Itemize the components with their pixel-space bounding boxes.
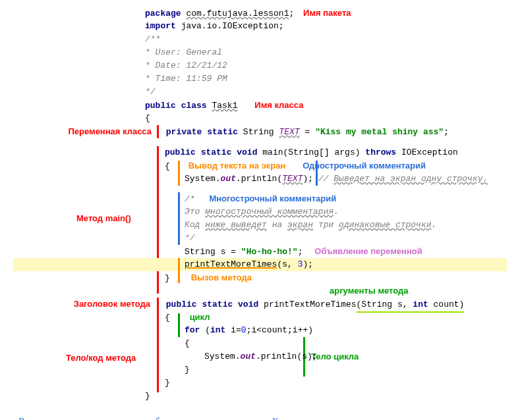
for-open-brace: {: [13, 337, 507, 350]
anno-class-variable: Переменная класса: [43, 125, 152, 138]
javadoc-user: * User: General: [13, 46, 507, 59]
javadoc-date: * Date: 12/21/12: [13, 59, 507, 72]
class-open-brace: {: [13, 112, 507, 125]
line-println-s: System.out.println(s);: [13, 350, 507, 363]
method2-close: }: [13, 377, 507, 390]
dialogue-line-1: - Все понятно, насколько это может быть …: [13, 415, 507, 420]
anno-package-name: Имя пакета: [303, 8, 351, 18]
anno-class-name: Имя класса: [254, 100, 303, 110]
line-import: import java.io.IOException;: [13, 20, 507, 33]
line-println-text: System.out.println(TEXT); // Выведет на …: [13, 172, 507, 186]
line-method2-sig: Заголовок метода public static void prin…: [13, 298, 507, 311]
line-package: package com.futujava.lesson1; Имя пакета: [13, 7, 507, 20]
line-call-printmore: printTextMoreTimes(s, 3);: [13, 258, 507, 271]
anno-loop: цикл: [190, 312, 210, 322]
mc-open: /* Многострочный комментарий: [13, 192, 507, 205]
javadoc-open: /**: [13, 33, 507, 46]
line-main-sig: public static void main(String[] args) t…: [13, 146, 507, 159]
javadoc-close: */: [13, 86, 507, 99]
anno-method-args: аргументы метода: [330, 286, 409, 296]
line-method-args-anno: аргументы метода: [13, 284, 507, 298]
anno-single-comment: Однострочный комментарий: [303, 161, 426, 171]
anno-var-declaration: Объявление переменной: [314, 246, 422, 256]
annotated-code-block: package com.futujava.lesson1; Имя пакета…: [13, 7, 507, 403]
mc-line1: Это многострочный комментария.: [13, 205, 507, 219]
method2-open: { цикл: [13, 311, 507, 324]
line-string-s: String s = "Ho-ho-ho!"; Объявление перем…: [13, 245, 507, 258]
anno-method-header: Заголовок метода: [53, 298, 150, 311]
line-class-var: Переменная класса private static String …: [13, 125, 507, 138]
dialogue-block: - Все понятно, насколько это может быть …: [13, 415, 507, 420]
line-class-decl: public class Task1 Имя класса: [13, 99, 507, 112]
class-close-brace: }: [13, 390, 507, 403]
javadoc-time: * Time: 11:59 PM: [13, 72, 507, 86]
for-close-brace: }: [13, 363, 507, 377]
line-for: for (int i=0;i<count;i++): [13, 324, 507, 337]
main-open-brace: { Вывод текста на экран Однострочный ком…: [13, 159, 507, 172]
anno-multiline-comment: Многострочный комментарий: [209, 194, 336, 203]
anno-method-call: Вызов метода: [191, 273, 252, 282]
mc-close: */: [13, 232, 507, 245]
anno-print-screen: Вывод текста на экран: [188, 161, 286, 171]
main-close-brace: } Вызов метода: [13, 271, 507, 284]
mc-line2: Код ниже выведет на экран три одинаковые…: [13, 219, 507, 232]
